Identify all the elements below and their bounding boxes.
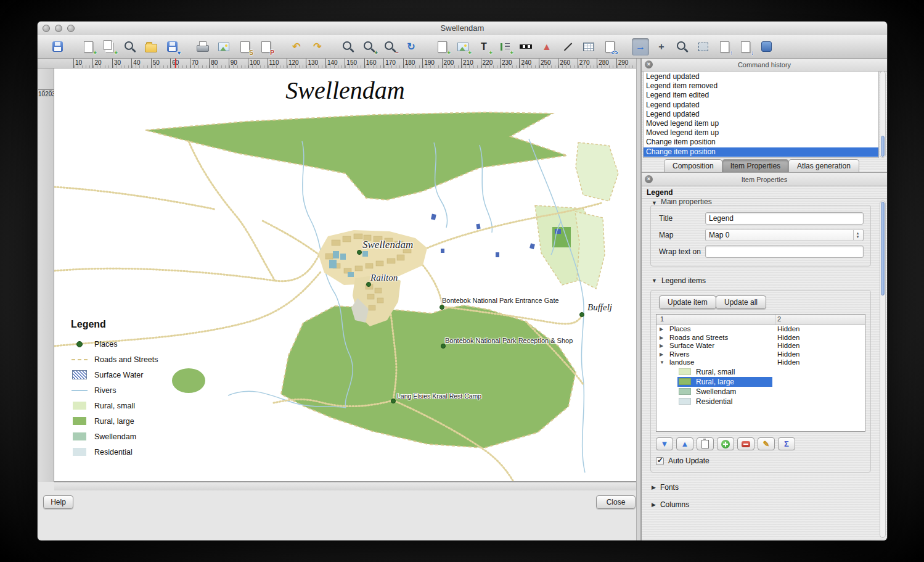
close-button[interactable]: Close bbox=[596, 495, 636, 509]
disclosure-triangle-icon[interactable] bbox=[660, 358, 666, 367]
history-item[interactable]: Change item position bbox=[644, 138, 878, 147]
history-item[interactable]: Moved legend item up bbox=[644, 128, 878, 138]
add-legend-icon[interactable]: + bbox=[496, 38, 513, 56]
stepper-icon[interactable]: ▲▼ bbox=[853, 230, 862, 240]
history-item[interactable]: Legend item edited bbox=[644, 91, 878, 100]
history-item[interactable]: Legend updated bbox=[644, 110, 878, 119]
legend-tree-row[interactable]: landuse Hidden bbox=[656, 358, 865, 367]
item-properties-content: ▼ Main properties Title Map Map 0 ▲▼ W bbox=[642, 199, 887, 540]
redo-icon[interactable]: ↷ bbox=[309, 38, 326, 56]
refresh-icon[interactable]: ↻ bbox=[403, 38, 420, 56]
legend-tree-row[interactable]: Rivers Hidden bbox=[656, 350, 865, 359]
scrollbar-thumb[interactable] bbox=[881, 202, 885, 295]
legend-tree-child[interactable]: Rural, small bbox=[677, 367, 772, 377]
remove-legend-item-button[interactable] bbox=[737, 437, 754, 450]
composer-window: Swellendam + + bbox=[38, 22, 887, 540]
print-icon[interactable] bbox=[194, 38, 211, 56]
command-history-scrollbar[interactable] bbox=[880, 71, 886, 158]
history-item[interactable]: Legend updated bbox=[644, 101, 878, 110]
add-label-icon[interactable]: T + bbox=[475, 38, 493, 56]
add-legend-item-button[interactable] bbox=[717, 437, 734, 450]
legend-title-input[interactable] bbox=[705, 212, 864, 225]
tab-composition[interactable]: Composition bbox=[664, 159, 722, 172]
legend-tree-row[interactable]: Roads and Streets Hidden bbox=[656, 334, 865, 342]
update-item-button[interactable]: Update item bbox=[659, 295, 716, 309]
move-item-content-icon[interactable]: + bbox=[653, 38, 670, 56]
legend-items-tree[interactable]: 1 2 Places Hidden Roads and Streets Hidd… bbox=[656, 314, 865, 432]
raise-items-icon[interactable]: ↑ bbox=[716, 38, 733, 56]
auto-update-checkbox[interactable] bbox=[656, 457, 664, 465]
legend-tree-row[interactable]: Surface Water Hidden bbox=[656, 342, 865, 350]
add-map-icon[interactable]: + bbox=[433, 38, 451, 56]
export-svg-icon[interactable]: S bbox=[236, 38, 253, 56]
wrap-field-label: Wrap text on bbox=[659, 247, 705, 256]
history-item[interactable]: Change item position bbox=[644, 147, 878, 157]
map-title: Swellendam bbox=[54, 76, 636, 105]
legend-tree-child[interactable]: Residential bbox=[677, 397, 772, 407]
legend-items-section-header[interactable]: ▼ Legend items bbox=[652, 276, 706, 286]
disclosure-triangle-icon[interactable] bbox=[660, 325, 666, 334]
history-item[interactable]: Moved legend item up bbox=[644, 119, 878, 128]
legend-tree-child[interactable]: Swellendam bbox=[677, 387, 772, 397]
edit-legend-item-button[interactable]: ✎ bbox=[758, 437, 775, 450]
move-item-down-button[interactable]: ▼ bbox=[656, 437, 673, 450]
horizontal-scrollbar[interactable] bbox=[54, 482, 636, 490]
ruler-tick-label: 20 bbox=[92, 59, 112, 68]
disclosure-triangle-icon[interactable] bbox=[660, 342, 666, 350]
ruler-tick-label: 110 bbox=[268, 59, 287, 68]
map-select[interactable]: Map 0 ▲▼ bbox=[705, 229, 864, 241]
vertical-scrollbar[interactable] bbox=[636, 59, 641, 540]
paste-legend-item-button[interactable] bbox=[697, 437, 714, 450]
ruler-tick-label: 130 bbox=[306, 59, 325, 68]
move-item-up-button[interactable]: ▲ bbox=[676, 437, 693, 450]
ruler-position-marker bbox=[175, 59, 176, 68]
add-image-icon[interactable]: + bbox=[454, 38, 472, 56]
lower-items-icon[interactable]: ↓ bbox=[737, 38, 754, 56]
columns-section-header[interactable]: ▶ Columns bbox=[652, 500, 689, 510]
update-all-button[interactable]: Update all bbox=[716, 295, 766, 309]
tab-atlas-generation[interactable]: Atlas generation bbox=[788, 159, 859, 172]
scrollbar-thumb[interactable] bbox=[881, 136, 885, 157]
select-move-item-icon[interactable]: → bbox=[632, 38, 649, 56]
duplicate-composition-icon[interactable]: + bbox=[100, 38, 118, 56]
add-scalebar-icon[interactable] bbox=[517, 38, 534, 56]
legend-tree-row[interactable]: Places Hidden bbox=[656, 325, 865, 334]
save-template-icon[interactable]: ▾ bbox=[163, 38, 181, 56]
zoom-full-icon[interactable] bbox=[340, 38, 357, 56]
composition-manager-icon[interactable] bbox=[121, 38, 139, 56]
zoom-out-icon[interactable]: − bbox=[382, 38, 399, 56]
command-history-list[interactable]: Legend updated Legend item removed Legen… bbox=[643, 71, 879, 158]
zoom-to-item-icon[interactable] bbox=[674, 38, 691, 56]
tab-item-properties[interactable]: Item Properties bbox=[722, 159, 789, 172]
map-field-label: Map bbox=[659, 231, 705, 239]
zoom-in-icon[interactable]: + bbox=[361, 38, 378, 56]
add-html-icon[interactable]: <> bbox=[601, 38, 618, 56]
new-composition-icon[interactable]: + bbox=[80, 38, 97, 56]
count-features-button[interactable]: Σ bbox=[778, 437, 795, 450]
undo-icon[interactable]: ↶ bbox=[288, 38, 305, 56]
disclosure-triangle-icon[interactable] bbox=[660, 334, 666, 342]
wrap-text-input[interactable] bbox=[705, 246, 864, 258]
add-arrow-icon[interactable] bbox=[559, 38, 576, 56]
close-panel-icon[interactable]: × bbox=[645, 60, 653, 68]
tree-header: 1 2 bbox=[656, 315, 865, 325]
composition-canvas[interactable]: Swellendam Swellendam Railton Bontebok N… bbox=[54, 68, 636, 482]
load-template-icon[interactable] bbox=[142, 38, 160, 56]
help-button[interactable]: Help bbox=[43, 495, 73, 509]
disclosure-triangle-icon[interactable] bbox=[660, 350, 666, 359]
history-item[interactable]: Legend updated bbox=[644, 72, 878, 81]
save-project-icon[interactable] bbox=[49, 38, 66, 56]
export-image-icon[interactable] bbox=[215, 38, 232, 56]
panel-scrollbar[interactable] bbox=[880, 200, 886, 538]
history-item[interactable]: Legend item removed bbox=[644, 81, 878, 91]
select-region-icon[interactable] bbox=[695, 38, 712, 56]
add-table-icon[interactable] bbox=[580, 38, 597, 56]
legend-tree-child[interactable]: Rural, large bbox=[677, 377, 772, 387]
map-legend[interactable]: Legend Places Roads and Streets Surface … bbox=[71, 319, 182, 460]
align-items-icon[interactable] bbox=[758, 38, 775, 56]
command-history-header: × Command history bbox=[642, 59, 887, 72]
fonts-section-header[interactable]: ▶ Fonts bbox=[652, 482, 679, 492]
add-shape-icon[interactable]: ▲ bbox=[538, 38, 555, 56]
close-panel-icon[interactable]: × bbox=[645, 175, 653, 183]
export-pdf-icon[interactable]: P bbox=[257, 38, 274, 56]
